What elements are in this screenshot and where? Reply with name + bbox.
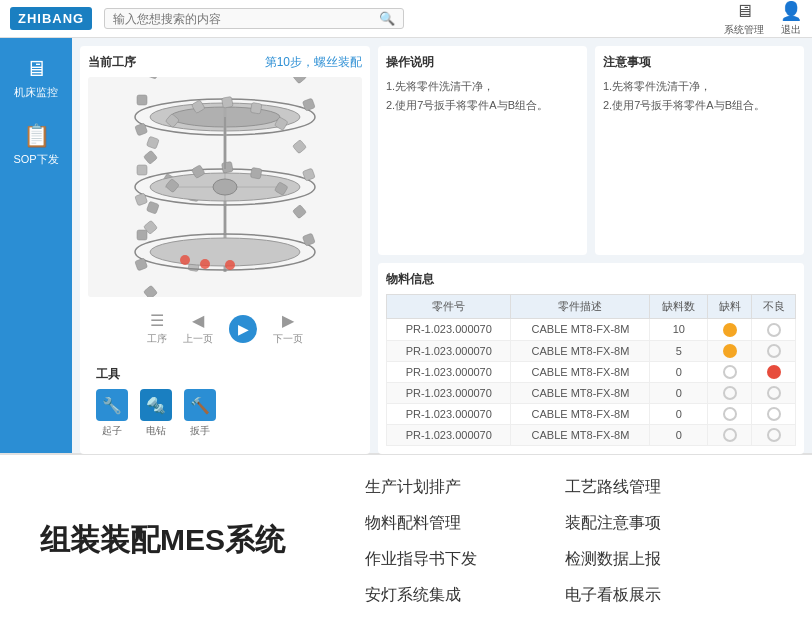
prev-label: 上一页 (183, 332, 213, 346)
table-row: PR-1.023.000070 CABLE MT8-FX-8M 10 (387, 319, 796, 340)
part-number: PR-1.023.000070 (387, 382, 511, 403)
next-icon: ▶ (282, 311, 294, 330)
bottom-section: 组装装配MES系统 生产计划排产工艺路线管理物料配料管理装配注意事项作业指导书下… (0, 453, 812, 626)
svg-rect-41 (146, 201, 159, 214)
svg-point-50 (180, 255, 190, 265)
svg-rect-40 (137, 230, 147, 240)
part-number: PR-1.023.000070 (387, 424, 511, 445)
operation-title: 操作说明 (386, 54, 579, 71)
notice-content: 1.先将零件洗清干净， 2.使用7号扳手将零件A与B组合。 (603, 77, 796, 114)
col-part-desc: 零件描述 (511, 295, 650, 319)
system-icon: 🖥 (735, 1, 753, 22)
operation-panel: 操作说明 1.先将零件洗清干净， 2.使用7号扳手将零件A与B组合。 (378, 46, 587, 255)
sidebar: 🖥 机床监控 📋 SOP下发 (0, 38, 72, 453)
svg-rect-5 (137, 95, 147, 105)
procedure-title: 当前工序 (88, 54, 136, 71)
bad-dot-outline (767, 323, 781, 337)
bad-dot-outline (767, 386, 781, 400)
prev-button[interactable]: ◀ 上一页 (183, 311, 213, 346)
search-input[interactable] (113, 12, 375, 26)
svg-rect-44 (222, 162, 234, 174)
missing-dot (723, 344, 737, 358)
material-table: 零件号 零件描述 缺料数 缺料 不良 PR-1.023.000070 CABLE… (386, 294, 796, 446)
procedure-step: 第10步，螺丝装配 (265, 54, 362, 71)
bad-dot (767, 365, 781, 379)
svg-rect-47 (292, 205, 306, 219)
wrench-icon: 🔨 (184, 389, 216, 421)
sidebar-item-sop[interactable]: 📋 SOP下发 (0, 115, 72, 174)
part-number: PR-1.023.000070 (387, 403, 511, 424)
search-icon: 🔍 (379, 11, 395, 26)
shortage-count: 0 (650, 382, 708, 403)
tools-panel: 工具 🔧 起子 🔩 电钻 🔨 扳手 (88, 358, 362, 446)
table-row: PR-1.023.000070 CABLE MT8-FX-8M 0 (387, 382, 796, 403)
machine-monitor-icon: 🖥 (25, 56, 47, 82)
feature-item: 电子看板展示 (565, 579, 725, 611)
logo: ZHIBANG (10, 7, 92, 30)
defect-indicator (752, 319, 796, 340)
sop-icon: 📋 (23, 123, 50, 149)
svg-point-34 (213, 179, 237, 195)
prev-icon: ◀ (192, 311, 204, 330)
feature-item: 安灯系统集成 (365, 579, 525, 611)
machine-visual (105, 77, 345, 297)
machine-monitor-label: 机床监控 (14, 85, 58, 99)
work-icon: ☰ (150, 311, 164, 330)
shortage-indicator (708, 319, 752, 340)
col-defect: 不良 (752, 295, 796, 319)
col-shortage: 缺料 (708, 295, 752, 319)
table-row: PR-1.023.000070 CABLE MT8-FX-8M 0 (387, 361, 796, 382)
defect-indicator (752, 424, 796, 445)
col-part-number: 零件号 (387, 295, 511, 319)
work-label: 工序 (147, 332, 167, 346)
defect-indicator (752, 361, 796, 382)
feature-item: 检测数据上报 (565, 543, 725, 575)
next-button[interactable]: ▶ 下一页 (273, 311, 303, 346)
procedure-image-area (88, 77, 362, 297)
part-desc: CABLE MT8-FX-8M (511, 403, 650, 424)
shortage-count: 10 (650, 319, 708, 340)
info-row: 操作说明 1.先将零件洗清干净， 2.使用7号扳手将零件A与B组合。 注意事项 … (378, 46, 804, 255)
play-icon: ▶ (238, 321, 249, 337)
sidebar-item-machine-monitor[interactable]: 🖥 机床监控 (0, 48, 72, 107)
feature-item: 作业指导书下发 (365, 543, 525, 575)
work-button[interactable]: ☰ 工序 (147, 311, 167, 346)
svg-point-51 (200, 259, 210, 269)
logo-text: ZHIBANG (18, 11, 84, 26)
search-bar[interactable]: 🔍 (104, 8, 404, 29)
part-desc: CABLE MT8-FX-8M (511, 340, 650, 361)
feature-item: 工艺路线管理 (565, 471, 725, 503)
svg-rect-22 (137, 165, 147, 175)
missing-dot (723, 323, 737, 337)
shortage-indicator (708, 403, 752, 424)
part-desc: CABLE MT8-FX-8M (511, 319, 650, 340)
table-row: PR-1.023.000070 CABLE MT8-FX-8M 0 (387, 424, 796, 445)
bad-dot-outline (767, 407, 781, 421)
table-row: PR-1.023.000070 CABLE MT8-FX-8M 0 (387, 403, 796, 424)
right-panels: 操作说明 1.先将零件洗清干净， 2.使用7号扳手将零件A与B组合。 注意事项 … (378, 46, 804, 454)
play-button[interactable]: ▶ (229, 315, 257, 343)
feature-item: 装配注意事项 (565, 507, 725, 539)
defect-indicator (752, 382, 796, 403)
system-management-button[interactable]: 🖥 系统管理 (724, 1, 764, 37)
shortage-indicator (708, 361, 752, 382)
exit-button[interactable]: 👤 退出 (780, 0, 802, 37)
part-number: PR-1.023.000070 (387, 361, 511, 382)
part-desc: CABLE MT8-FX-8M (511, 361, 650, 382)
bad-dot-outline (767, 428, 781, 442)
tools-list: 🔧 起子 🔩 电钻 🔨 扳手 (96, 389, 354, 438)
part-desc: CABLE MT8-FX-8M (511, 424, 650, 445)
bad-dot-outline (767, 344, 781, 358)
svg-rect-26 (222, 97, 234, 109)
operation-content: 1.先将零件洗清干净， 2.使用7号扳手将零件A与B组合。 (386, 77, 579, 114)
shortage-indicator (708, 382, 752, 403)
shortage-count: 0 (650, 403, 708, 424)
part-number: PR-1.023.000070 (387, 340, 511, 361)
missing-dot-outline (723, 386, 737, 400)
wrench-label: 扳手 (190, 424, 210, 438)
shortage-count: 0 (650, 361, 708, 382)
svg-point-52 (225, 260, 235, 270)
drill-label: 电钻 (146, 424, 166, 438)
procedure-controls: ☰ 工序 ◀ 上一页 ▶ ▶ 下一页 (88, 305, 362, 352)
screwdriver-icon: 🔧 (96, 389, 128, 421)
